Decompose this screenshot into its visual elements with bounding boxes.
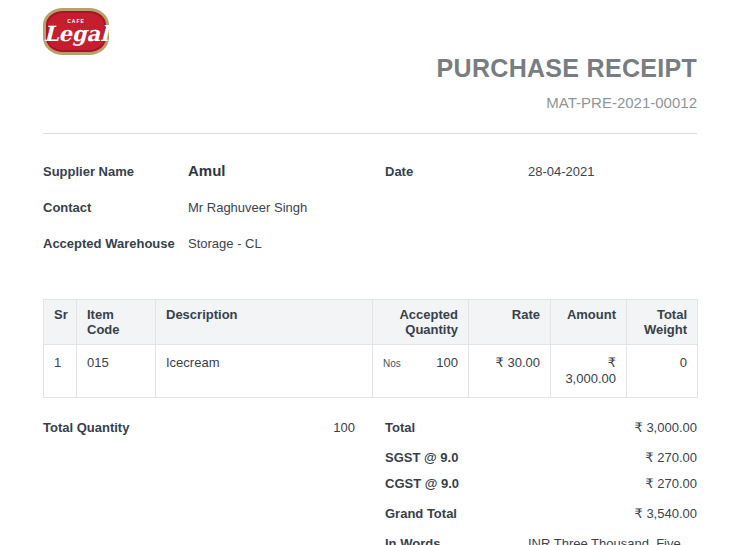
field-value: Storage - CL [188,235,355,252]
uom-label: Nos [383,356,401,372]
cell-accepted-quantity: Nos 100 [373,345,469,398]
summary-row-cgst: CGST @ 9.0 ₹ 270.00 [385,475,697,492]
field-value: Amul [188,162,355,180]
summary-value: ₹ 3,540.00 [528,505,697,522]
summary-label: In Words [385,535,528,545]
purchase-receipt-document: CAFE Legal PURCHASE RECEIPT MAT-PRE-2021… [0,0,745,545]
details-left-column: Supplier Name Amul Contact Mr Raghuveer … [43,163,385,271]
total-quantity-label: Total Quantity [43,419,129,436]
column-header-description: Description [156,300,373,345]
field-value: 28-04-2021 [528,163,697,180]
page-title: PURCHASE RECEIPT [437,54,697,82]
column-header-accepted-quantity: Accepted Quantity [373,300,469,345]
field-supplier-name: Supplier Name Amul [43,163,355,180]
summary-row-total: Total ₹ 3,000.00 [385,419,697,436]
summary-label: SGST @ 9.0 [385,449,528,466]
total-quantity-value: 100 [129,419,355,436]
column-header-sr: Sr [44,300,77,345]
summary-value: INR Three Thousand, Five Hundred And For… [528,535,697,545]
cell-description: Icecream [156,345,373,398]
totals-section: Total Quantity 100 Total ₹ 3,000.00 SGST… [43,419,697,545]
totals-right-column: Total ₹ 3,000.00 SGST @ 9.0 ₹ 270.00 CGS… [385,419,697,545]
field-accepted-warehouse: Accepted Warehouse Storage - CL [43,235,355,252]
quantity-value: 100 [436,355,458,371]
items-table-header: Sr Item Code Description Accepted Quanti… [44,300,698,345]
details-section: Supplier Name Amul Contact Mr Raghuveer … [43,163,697,271]
cell-rate: ₹ 30.00 [469,345,551,398]
field-value: Mr Raghuveer Singh [188,199,355,216]
field-date: Date 28-04-2021 [385,163,697,180]
summary-label: CGST @ 9.0 [385,475,528,492]
totals-left-column: Total Quantity 100 [43,419,385,545]
field-contact: Contact Mr Raghuveer Singh [43,199,355,216]
column-header-total-weight: Total Weight [627,300,698,345]
field-label: Date [385,163,528,180]
column-header-item-code: Item Code [77,300,156,345]
header-divider [43,133,697,134]
summary-label: Total [385,419,528,436]
summary-row-in-words: In Words INR Three Thousand, Five Hundre… [385,535,697,545]
details-right-column: Date 28-04-2021 [385,163,697,271]
logo-brand-text: Legal [44,23,108,45]
field-label: Accepted Warehouse [43,235,188,252]
summary-row-sgst: SGST @ 9.0 ₹ 270.00 [385,449,697,466]
document-header: CAFE Legal PURCHASE RECEIPT MAT-PRE-2021… [43,8,697,112]
summary-label: Grand Total [385,505,528,522]
field-label: Contact [43,199,188,216]
summary-value: ₹ 270.00 [528,449,697,466]
document-number: MAT-PRE-2021-00012 [437,94,697,112]
cell-sr: 1 [44,345,77,398]
cell-total-weight: 0 [627,345,698,398]
summary-value: ₹ 3,000.00 [528,419,697,436]
total-quantity-row: Total Quantity 100 [43,419,355,436]
column-header-rate: Rate [469,300,551,345]
summary-row-grand-total: Grand Total ₹ 3,540.00 [385,505,697,522]
items-table: Sr Item Code Description Accepted Quanti… [43,299,698,398]
company-logo: CAFE Legal [43,8,109,55]
column-header-amount: Amount [551,300,627,345]
table-row: 1 015 Icecream Nos 100 ₹ 30.00 ₹ 3,000.0… [44,345,698,398]
cell-amount: ₹ 3,000.00 [551,345,627,398]
title-block: PURCHASE RECEIPT MAT-PRE-2021-00012 [437,54,697,112]
field-label: Supplier Name [43,163,188,180]
cell-item-code: 015 [77,345,156,398]
summary-value: ₹ 270.00 [528,475,697,492]
